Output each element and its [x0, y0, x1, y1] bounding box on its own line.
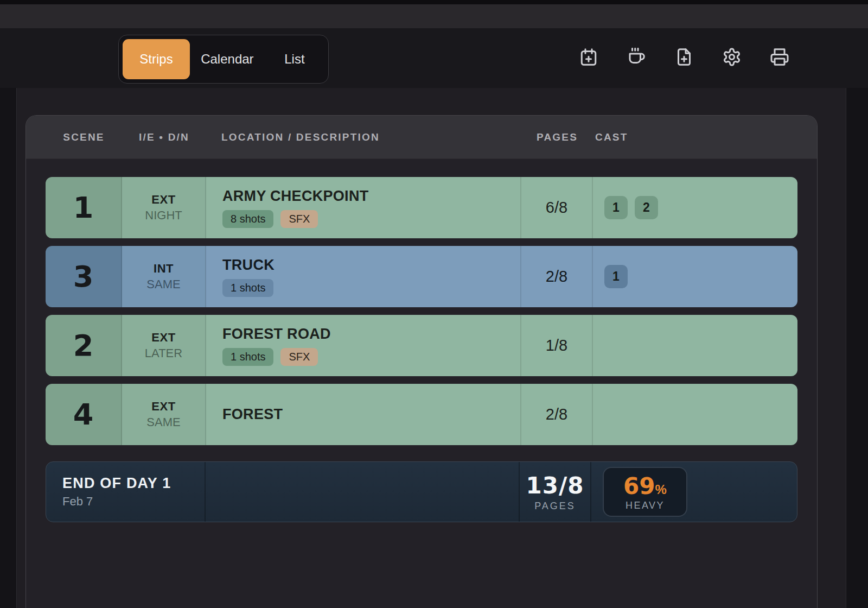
day-break-row: END OF DAY 1 Feb 7 13/8 PAGES 69 % HEAVY [46, 461, 797, 522]
day-total-pages: 13/8 PAGES [520, 462, 591, 522]
pages-value: 2/8 [521, 384, 593, 445]
calendar-plus-button[interactable] [579, 48, 598, 68]
load-value-line: 69 % [623, 473, 667, 499]
day-break-title: END OF DAY 1 [62, 475, 205, 492]
cast-badge: 1 [604, 196, 628, 219]
board-column-header: SCENEI/E • D/NLOCATION / DESCRIPTIONPAGE… [26, 116, 817, 159]
load-percent-value: 69 [623, 473, 655, 499]
day-pages-value: 13/8 [526, 472, 584, 499]
load-percent-sign: % [655, 482, 667, 497]
column-header-2: LOCATION / DESCRIPTION [206, 131, 521, 143]
pages-value: 1/8 [521, 315, 593, 376]
scene-number: 1 [46, 177, 122, 238]
cast-badge: 2 [635, 196, 658, 219]
strip-row[interactable]: 2 EXT LATER FOREST ROAD 1 shotsSFX 1/8 [46, 315, 797, 376]
column-header-3: PAGES [521, 131, 593, 143]
location-cell: ARMY CHECKPOINT 8 shotsSFX [206, 177, 521, 238]
strip-row[interactable]: 3 INT SAME TRUCK 1 shots 2/8 1 [46, 246, 797, 307]
window-title-bar [0, 4, 868, 28]
day-night-label: SAME [146, 277, 180, 292]
settings-button[interactable] [722, 48, 742, 68]
ie-dn-cell: EXT NIGHT [122, 177, 206, 238]
int-ext-label: INT [154, 262, 174, 276]
printer-icon [770, 47, 789, 69]
day-pages-caption: PAGES [534, 501, 576, 512]
ie-dn-cell: EXT SAME [122, 384, 206, 445]
strip-list: 1 EXT NIGHT ARMY CHECKPOINT 8 shotsSFX 6… [26, 159, 817, 522]
calendar-plus-icon [579, 47, 598, 69]
location-title: FOREST ROAD [222, 326, 520, 343]
tab-list[interactable]: List [265, 39, 324, 79]
day-night-label: LATER [145, 346, 182, 360]
load-badge: 69 % HEAVY [603, 467, 687, 517]
stripboard-panel: SCENEI/E • D/NLOCATION / DESCRIPTIONPAGE… [25, 115, 818, 608]
sfx-badge: SFX [280, 348, 318, 366]
location-title: TRUCK [222, 257, 520, 274]
badge-row: 1 shotsSFX [222, 348, 520, 366]
column-header-1: I/E • D/N [122, 131, 206, 143]
content-area: SCENEI/E • D/NLOCATION / DESCRIPTIONPAGE… [16, 88, 846, 608]
cast-cell [593, 384, 797, 445]
strip-row[interactable]: 1 EXT NIGHT ARMY CHECKPOINT 8 shotsSFX 6… [46, 177, 797, 238]
ie-dn-cell: INT SAME [122, 246, 206, 307]
shots-badge: 1 shots [222, 348, 273, 366]
day-night-label: SAME [146, 415, 180, 429]
location-title: FOREST [222, 406, 520, 423]
location-cell: FOREST ROAD 1 shotsSFX [206, 315, 521, 376]
view-tab-group: StripsCalendarList [118, 35, 329, 84]
toolbar-icon-row [579, 48, 789, 68]
printer-button[interactable] [770, 48, 789, 68]
int-ext-label: EXT [151, 193, 175, 207]
coffee-icon [627, 47, 646, 69]
load-caption: HEAVY [626, 500, 665, 511]
scene-number: 2 [46, 315, 122, 376]
day-load-cell: 69 % HEAVY [591, 462, 797, 522]
tab-strips[interactable]: Strips [123, 39, 190, 79]
file-plus-icon [674, 47, 694, 69]
location-cell: FOREST [206, 384, 521, 445]
day-night-label: NIGHT [145, 208, 182, 223]
shots-badge: 1 shots [222, 279, 273, 297]
location-cell: TRUCK 1 shots [206, 246, 521, 307]
tab-calendar[interactable]: Calendar [190, 39, 265, 79]
day-break-info: END OF DAY 1 Feb 7 [46, 462, 206, 522]
strip-row[interactable]: 4 EXT SAME FOREST 2/8 [46, 384, 797, 445]
column-header-0: SCENE [46, 131, 122, 143]
sfx-badge: SFX [280, 210, 318, 228]
location-title: ARMY CHECKPOINT [222, 188, 520, 205]
coffee-button[interactable] [627, 48, 646, 68]
badge-row: 8 shotsSFX [222, 210, 520, 228]
int-ext-label: EXT [151, 331, 175, 345]
shots-badge: 8 shots [222, 210, 273, 228]
file-plus-button[interactable] [674, 48, 694, 68]
pages-value: 6/8 [521, 177, 593, 238]
ie-dn-cell: EXT LATER [122, 315, 206, 376]
cast-badge: 1 [604, 265, 628, 288]
cast-cell: 1 [593, 246, 797, 307]
day-break-date: Feb 7 [62, 495, 205, 509]
cast-cell [593, 315, 797, 376]
scene-number: 4 [46, 384, 122, 445]
settings-icon [722, 47, 742, 69]
day-break-spacer [206, 462, 520, 522]
pages-value: 2/8 [521, 246, 593, 307]
column-header-4: CAST [593, 131, 797, 143]
window-top-edge [0, 0, 868, 4]
cast-cell: 12 [593, 177, 797, 238]
int-ext-label: EXT [151, 400, 175, 414]
scene-number: 3 [46, 246, 122, 307]
badge-row: 1 shots [222, 279, 520, 297]
